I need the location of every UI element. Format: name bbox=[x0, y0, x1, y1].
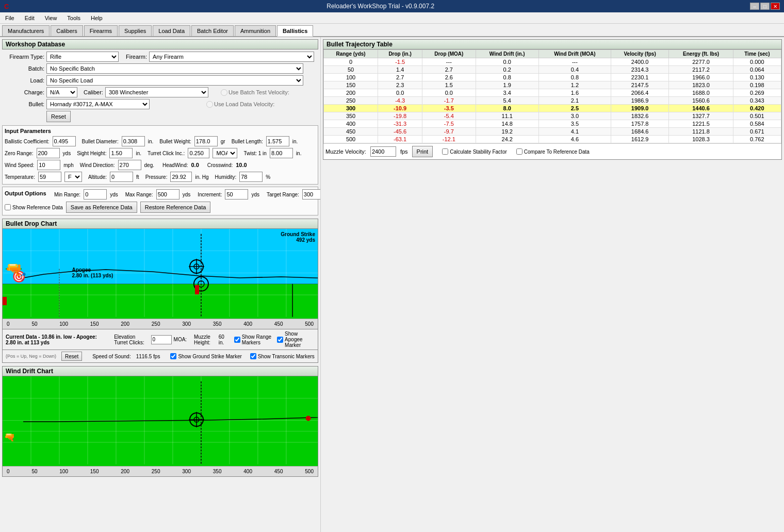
bullet-length-label: Bullet Length: bbox=[232, 139, 263, 144]
col-velocity: Velocity (fps) bbox=[611, 50, 669, 58]
max-range-input[interactable] bbox=[156, 189, 179, 200]
trajectory-line bbox=[23, 270, 318, 312]
increment-input[interactable] bbox=[225, 189, 248, 200]
muzzle-velocity-input[interactable] bbox=[370, 146, 396, 157]
table-cell: 2.1 bbox=[538, 97, 611, 105]
col-time: Time (sec) bbox=[733, 50, 781, 58]
compare-ref-check[interactable]: Compare To Reference Data bbox=[516, 148, 590, 155]
show-transonic-check[interactable]: Show Transonic Markers bbox=[250, 353, 315, 359]
wind-direction-label: Wind Direction: bbox=[80, 162, 115, 168]
output-opts-row: Output Options Min Range: yds Max Range:… bbox=[5, 189, 316, 200]
humidity-input[interactable] bbox=[239, 172, 263, 182]
menu-view[interactable]: View bbox=[42, 14, 60, 22]
tab-batch-editor[interactable]: Batch Editor bbox=[191, 25, 234, 36]
chart-controls-row: (Pos = Up, Neg = Down) Reset Speed of So… bbox=[2, 350, 318, 363]
table-cell: 4.6 bbox=[538, 136, 611, 143]
elevation-input[interactable] bbox=[151, 335, 172, 344]
menu-tools[interactable]: Tools bbox=[64, 14, 84, 22]
table-cell: 4.1 bbox=[538, 128, 611, 136]
show-ground-strike-check[interactable]: Show Ground Strike Marker bbox=[170, 353, 241, 359]
table-cell: 2117.2 bbox=[669, 66, 733, 74]
firearm-select[interactable]: Any Firearm bbox=[149, 52, 314, 62]
charge-select[interactable]: N/A bbox=[46, 87, 77, 97]
bullet-label: Bullet: bbox=[2, 101, 44, 107]
table-cell: 1121.8 bbox=[669, 128, 733, 136]
table-cell: 0.000 bbox=[733, 58, 781, 66]
restore-ref-data-button[interactable]: Restore Reference Data bbox=[140, 202, 211, 213]
target-range-input[interactable] bbox=[302, 189, 321, 200]
twist-label: Twist: 1 in bbox=[243, 151, 266, 156]
load-select[interactable]: No Specific Load bbox=[46, 75, 303, 86]
table-cell: 0.8 bbox=[538, 74, 611, 81]
bullet-length-input[interactable] bbox=[266, 136, 289, 146]
wind-drift-chart-section: Wind Drift Chart bbox=[2, 366, 318, 477]
bullet-row: Bullet: Hornady #30712, A-MAX Use Load D… bbox=[2, 99, 318, 109]
tab-bar: Manufacturers Calibers Firearms Supplies… bbox=[0, 24, 784, 37]
table-cell: 24.2 bbox=[476, 136, 538, 143]
show-range-markers-check[interactable]: Show Range Markers bbox=[234, 334, 272, 345]
sight-height-input[interactable] bbox=[109, 148, 133, 158]
batch-select[interactable]: No Specific Batch bbox=[46, 63, 303, 74]
tab-ballistics[interactable]: Ballistics bbox=[277, 25, 313, 37]
altitude-input[interactable] bbox=[110, 172, 133, 182]
col-energy: Energy (ft. lbs) bbox=[669, 50, 733, 58]
tab-load-data[interactable]: Load Data bbox=[153, 25, 190, 36]
table-cell: 2.7 bbox=[422, 66, 476, 74]
maximize-button[interactable]: □ bbox=[760, 3, 770, 10]
col-range: Range (yds) bbox=[324, 50, 378, 58]
table-cell: -1.5 bbox=[378, 58, 422, 66]
use-load-velocity-radio: Use Load Data Velocity: bbox=[206, 101, 274, 108]
ground-strike-label: Ground Strike 492 yds bbox=[281, 231, 315, 243]
bullet-weight-input[interactable] bbox=[194, 136, 218, 146]
zero-range-input[interactable] bbox=[37, 148, 60, 158]
minimize-button[interactable]: – bbox=[750, 3, 759, 10]
table-cell: 1757.8 bbox=[611, 120, 669, 128]
save-ref-data-button[interactable]: Save as Reference Data bbox=[66, 202, 137, 213]
tab-calibers[interactable]: Calibers bbox=[51, 25, 83, 36]
wind-speed-unit: mph bbox=[63, 162, 73, 168]
wind-speed-input[interactable] bbox=[37, 160, 60, 170]
bc-input[interactable] bbox=[53, 136, 76, 146]
tab-supplies[interactable]: Supplies bbox=[119, 25, 152, 36]
show-ref-data-check[interactable]: Show Reference Data bbox=[5, 204, 63, 210]
caliber-select[interactable]: 308 Winchester bbox=[105, 87, 208, 97]
table-cell: -63.1 bbox=[378, 136, 422, 143]
firearm-type-select[interactable]: Rifle bbox=[46, 52, 119, 62]
table-cell: 50 bbox=[324, 66, 378, 74]
app-logo: C bbox=[4, 3, 9, 10]
show-apogee-marker-check[interactable]: Show Apogee Marker bbox=[277, 331, 315, 348]
reset-button[interactable]: Reset bbox=[46, 111, 71, 122]
menu-help[interactable]: Help bbox=[88, 14, 106, 22]
humidity-unit: % bbox=[266, 174, 270, 180]
table-cell: 2230.1 bbox=[611, 74, 669, 81]
turret-click-input[interactable] bbox=[188, 148, 209, 158]
chart-reset-button[interactable]: Reset bbox=[61, 352, 82, 361]
menu-edit[interactable]: Edit bbox=[22, 14, 38, 22]
twist-input[interactable] bbox=[270, 148, 293, 158]
print-button[interactable]: Print bbox=[412, 146, 433, 157]
caliber-label: Caliber: bbox=[84, 89, 103, 95]
temperature-label: Temperature: bbox=[5, 174, 35, 180]
turret-moa-select[interactable]: MOA bbox=[213, 148, 237, 158]
bullet-select[interactable]: Hornady #30712, A-MAX bbox=[46, 99, 150, 109]
min-range-input[interactable] bbox=[84, 189, 107, 200]
calc-stability-check[interactable]: Calculate Stability Factor bbox=[442, 148, 507, 155]
altitude-label: Altitude: bbox=[88, 174, 107, 180]
temperature-unit-select[interactable]: F bbox=[64, 172, 82, 182]
firearm-type-row: Firearm Type: Rifle Firearm: Any Firearm bbox=[2, 52, 318, 62]
speed-of-sound-label: Speed of Sound: bbox=[92, 354, 131, 359]
pos-neg-note: (Pos = Up, Neg = Down) bbox=[6, 354, 56, 359]
trajectory-table-wrapper[interactable]: Range (yds) Drop (in.) Drop (MOA) Wind D… bbox=[323, 49, 781, 143]
tab-firearms[interactable]: Firearms bbox=[84, 25, 118, 36]
temperature-input[interactable] bbox=[38, 172, 61, 182]
close-button[interactable]: ✕ bbox=[771, 3, 780, 10]
menu-file[interactable]: File bbox=[2, 14, 18, 22]
tab-ammunition[interactable]: Ammunition bbox=[235, 25, 276, 36]
wind-direction-input[interactable] bbox=[118, 160, 141, 170]
tab-manufacturers[interactable]: Manufacturers bbox=[2, 25, 50, 36]
pressure-input[interactable] bbox=[170, 172, 192, 182]
bullet-diameter-unit: in. bbox=[148, 139, 154, 144]
bullet-diameter-input[interactable] bbox=[122, 136, 145, 146]
workshop-section-title: Workshop Database bbox=[2, 39, 318, 49]
elevation-controls: Elevation Turret Clicks: MOA: Muzzle Hei… bbox=[114, 331, 315, 348]
